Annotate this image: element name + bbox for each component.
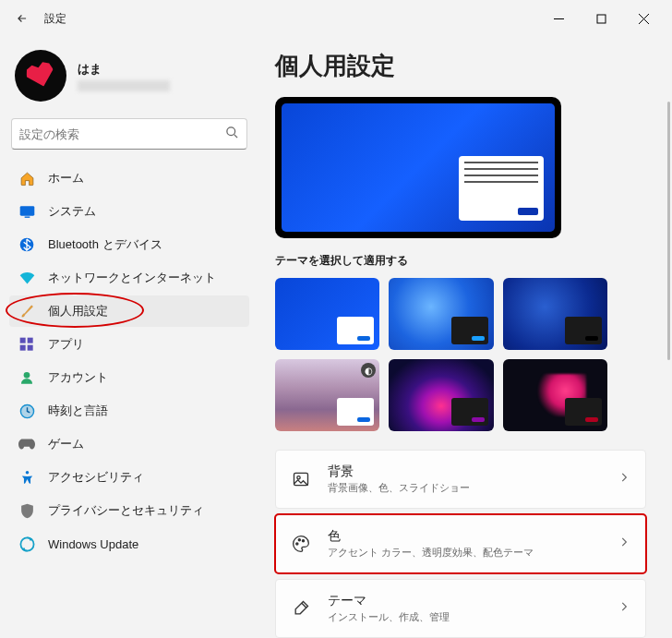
nav-label: ホーム xyxy=(48,170,84,187)
back-button[interactable] xyxy=(7,4,37,33)
nav-system[interactable]: システム xyxy=(9,196,249,227)
nav-label: ネットワークとインターネット xyxy=(48,270,216,286)
palette-icon xyxy=(291,534,311,554)
nav-label: システム xyxy=(48,203,96,220)
svg-rect-0 xyxy=(597,15,606,23)
window-title: 設定 xyxy=(44,11,66,27)
sidebar: はま ホーム システム Bluetooth とデバイス xyxy=(0,37,258,638)
theme-option-1[interactable] xyxy=(275,278,379,350)
profile-email-redacted xyxy=(78,80,170,91)
svg-point-15 xyxy=(297,476,300,479)
nav-label: アカウント xyxy=(48,369,108,386)
shield-icon xyxy=(18,502,35,519)
nav-windows-update[interactable]: Windows Update xyxy=(9,528,249,560)
profile-section[interactable]: はま xyxy=(9,41,249,114)
nav-privacy[interactable]: プライバシーとセキュリティ xyxy=(9,495,249,526)
svg-point-17 xyxy=(298,539,300,541)
theme-grid: ◐ xyxy=(275,278,607,431)
chevron-right-icon xyxy=(618,600,630,617)
scrollbar-thumb[interactable] xyxy=(667,102,670,360)
nav-label: 時刻と言語 xyxy=(48,403,108,419)
paintbrush-icon xyxy=(18,303,35,319)
row-background[interactable]: 背景 背景画像、色、スライドショー xyxy=(275,450,646,509)
nav-network[interactable]: ネットワークとインターネット xyxy=(9,262,249,294)
nav-time-language[interactable]: 時刻と言語 xyxy=(9,395,249,427)
nav-label: プライバシーとセキュリティ xyxy=(48,502,204,519)
row-title: テーマ xyxy=(328,593,618,609)
home-icon xyxy=(18,170,35,187)
minimize-icon xyxy=(554,14,564,24)
svg-rect-7 xyxy=(20,345,26,351)
svg-rect-3 xyxy=(24,216,30,217)
theme-option-4[interactable]: ◐ xyxy=(275,359,379,431)
svg-point-16 xyxy=(296,543,298,545)
globe-clock-icon xyxy=(18,403,35,419)
svg-rect-6 xyxy=(28,338,33,343)
theme-section-label: テーマを選択して適用する xyxy=(275,253,646,269)
brush-icon xyxy=(291,598,311,619)
close-icon xyxy=(639,14,649,24)
row-themes[interactable]: テーマ インストール、作成、管理 xyxy=(275,579,646,638)
nav-home[interactable]: ホーム xyxy=(9,163,249,194)
settings-list: 背景 背景画像、色、スライドショー 色 アクセント カラー、透明度効果、配色テー… xyxy=(275,450,646,638)
gamepad-icon xyxy=(18,436,35,452)
svg-rect-2 xyxy=(19,206,34,216)
theme-option-6[interactable] xyxy=(503,359,607,431)
row-desc: インストール、作成、管理 xyxy=(328,610,618,624)
theme-option-3[interactable] xyxy=(503,278,607,350)
row-desc: 背景画像、色、スライドショー xyxy=(328,481,618,495)
maximize-icon xyxy=(596,14,606,24)
wifi-icon xyxy=(18,270,35,286)
chevron-right-icon xyxy=(618,536,630,552)
heart-icon xyxy=(23,58,57,92)
nav-apps[interactable]: アプリ xyxy=(9,329,249,360)
svg-point-13 xyxy=(20,537,33,550)
row-colors[interactable]: 色 アクセント カラー、透明度効果、配色テーマ xyxy=(275,514,646,573)
update-icon xyxy=(18,536,35,552)
avatar xyxy=(15,50,66,102)
svg-point-18 xyxy=(302,540,304,542)
apps-icon xyxy=(18,336,35,353)
main-content: 個人用設定 テーマを選択して適用する ◐ 背景 背景画像 xyxy=(258,37,672,638)
desktop-preview[interactable] xyxy=(275,97,561,238)
scrollbar[interactable] xyxy=(663,37,670,628)
nav-label: Bluetooth とデバイス xyxy=(48,236,162,253)
contrast-badge-icon: ◐ xyxy=(361,363,376,378)
system-icon xyxy=(18,203,35,220)
nav-bluetooth[interactable]: Bluetooth とデバイス xyxy=(9,229,249,260)
chevron-right-icon xyxy=(618,471,630,488)
svg-rect-5 xyxy=(20,338,26,343)
nav-label: Windows Update xyxy=(48,537,138,551)
picture-icon xyxy=(291,469,311,489)
nav-label: 個人用設定 xyxy=(48,303,108,319)
row-title: 色 xyxy=(328,528,618,545)
svg-point-9 xyxy=(24,372,30,379)
profile-name: はま xyxy=(78,61,170,78)
nav-label: アプリ xyxy=(48,336,84,353)
search-box[interactable] xyxy=(11,118,247,150)
close-button[interactable] xyxy=(622,4,665,33)
nav-accounts[interactable]: アカウント xyxy=(9,362,249,393)
theme-option-5[interactable] xyxy=(389,359,493,431)
nav-label: ゲーム xyxy=(48,436,84,452)
svg-rect-8 xyxy=(28,345,33,351)
maximize-button[interactable] xyxy=(580,4,622,33)
svg-point-12 xyxy=(25,471,29,475)
nav-accessibility[interactable]: アクセシビリティ xyxy=(9,462,249,493)
search-input[interactable] xyxy=(19,127,225,141)
nav-gaming[interactable]: ゲーム xyxy=(9,428,249,460)
row-title: 背景 xyxy=(328,463,618,480)
svg-point-1 xyxy=(227,126,235,135)
person-icon xyxy=(18,369,35,386)
theme-option-2[interactable] xyxy=(389,278,493,350)
search-icon xyxy=(225,126,239,143)
page-title: 個人用設定 xyxy=(275,50,646,82)
nav-list: ホーム システム Bluetooth とデバイス ネットワークとインターネット … xyxy=(9,163,249,560)
arrow-left-icon xyxy=(16,12,29,25)
row-desc: アクセント カラー、透明度効果、配色テーマ xyxy=(328,546,618,560)
nav-label: アクセシビリティ xyxy=(48,469,144,486)
bluetooth-icon xyxy=(18,236,35,253)
minimize-button[interactable] xyxy=(537,4,580,33)
nav-personalization[interactable]: 個人用設定 xyxy=(9,295,249,327)
accessibility-icon xyxy=(18,469,35,486)
